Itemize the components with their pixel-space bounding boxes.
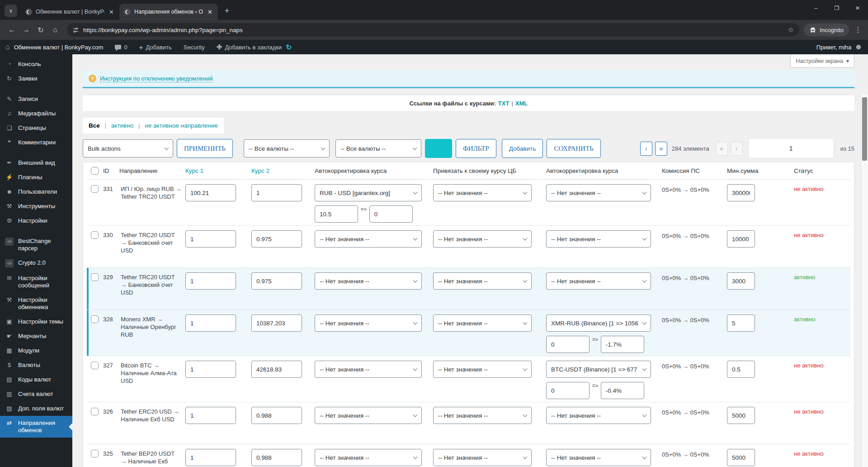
sidebar-item-plugins[interactable]: ⚡Плагины (0, 170, 72, 185)
sidebar-item-currency-codes[interactable]: ▤Коды валют (0, 372, 72, 387)
minsum-input[interactable] (727, 184, 755, 201)
first-page-button[interactable]: « (716, 142, 728, 156)
sidebar-item-exchanger[interactable]: ⚒Настройки обменника (0, 293, 72, 315)
correction-from-input[interactable] (546, 336, 590, 353)
row-checkbox[interactable] (91, 315, 99, 323)
cb-rate-select[interactable]: -- Нет значения -- (433, 361, 532, 378)
select-all-checkbox[interactable] (91, 167, 99, 175)
sidebar-item-modules[interactable]: ▦Модули (0, 343, 72, 358)
view-all-link[interactable]: Все (89, 122, 100, 129)
scrollbar-thumb[interactable] (862, 97, 867, 161)
update-refresh-icon[interactable]: ↻ (286, 43, 292, 52)
admin-bar-greeting[interactable]: Привет, miha (816, 44, 851, 51)
admin-bar-site-name[interactable]: Обменник валют | BonkyPay.com (14, 44, 104, 51)
currency-filter-1-select[interactable]: -- Все валюты -- (244, 139, 330, 157)
minsum-input[interactable] (727, 315, 755, 332)
correction-from-input[interactable] (315, 205, 358, 223)
autocorrect2-select[interactable]: BTC-USDT (Binance) [1 => 677 (546, 361, 651, 378)
row-checkbox[interactable] (91, 408, 99, 415)
sidebar-item-comments[interactable]: ❝Комментарии (0, 135, 72, 150)
admin-bar-bookmark[interactable]: ✚ Добавить в закладки (217, 43, 282, 51)
reload-icon[interactable]: ↻ (33, 23, 48, 37)
cb-rate-select[interactable]: -- Нет значения -- (433, 184, 532, 201)
kurs2-input[interactable] (251, 315, 302, 332)
kurs1-input[interactable] (185, 315, 236, 332)
wp-home-icon[interactable]: ⌂ (5, 43, 10, 51)
correction-to-input[interactable] (369, 205, 413, 223)
correction-from-input[interactable] (546, 382, 590, 399)
new-tab-button[interactable]: + (221, 5, 233, 17)
col-header-kurs2[interactable]: Курс 2 (251, 167, 315, 174)
autocorrect2-select[interactable]: -- Нет значения -- (546, 230, 651, 248)
minimize-button[interactable]: – (806, 0, 826, 16)
save-button[interactable]: СОХРАНИТЬ (547, 139, 600, 158)
autocorrect1-select[interactable]: -- Нет значения -- (315, 407, 422, 424)
admin-bar-comments[interactable]: 0 (115, 44, 127, 51)
avatar[interactable]: ☻ (854, 43, 863, 52)
minsum-input[interactable] (727, 449, 755, 466)
row-checkbox[interactable] (91, 231, 99, 239)
minsum-input[interactable] (727, 272, 755, 290)
tab-close-icon[interactable]: ✕ (207, 9, 213, 15)
apply-button[interactable]: ПРИМЕНИТЬ (177, 139, 233, 158)
kurs2-input[interactable] (251, 184, 302, 201)
page-scrollbar[interactable] (861, 94, 868, 467)
sidebar-item-currency-fields[interactable]: ▨Доп. поля валют (0, 401, 72, 416)
close-button[interactable]: ✕ (847, 0, 868, 16)
kurs1-input[interactable] (185, 230, 236, 248)
txt-link[interactable]: TXT (498, 100, 509, 107)
autocorrect2-select[interactable]: -- Нет значения -- (546, 184, 651, 201)
cb-rate-select[interactable]: -- Нет значения -- (433, 272, 532, 290)
autocorrect1-select[interactable]: -- Нет значения -- (315, 449, 422, 466)
kurs2-input[interactable] (251, 361, 302, 378)
notice-link[interactable]: Инструкция по отключению уведомлений (100, 75, 213, 82)
kurs1-input[interactable] (185, 407, 236, 424)
filter-button[interactable]: ФИЛЬТР (456, 139, 496, 158)
sidebar-item-merchants[interactable]: ☛Мерчанты (0, 329, 72, 343)
sidebar-item-requests[interactable]: ↻Заявки (0, 71, 72, 86)
forward-icon[interactable]: → (19, 23, 33, 37)
cb-rate-select[interactable]: -- Нет значения -- (433, 315, 532, 332)
screen-options-button[interactable]: Настройки экрана ▾ (790, 54, 854, 68)
autocorrect1-select[interactable]: -- Нет значения -- (315, 272, 422, 290)
view-active-link[interactable]: активно (111, 122, 133, 129)
teal-action-button[interactable] (425, 139, 452, 158)
sidebar-item-messages[interactable]: ✉Настройки сообщений (0, 271, 72, 293)
add-button[interactable]: Добавить (502, 139, 543, 158)
currency-filter-2-select[interactable]: -- Все валюты -- (335, 139, 421, 157)
kurs2-input[interactable] (251, 272, 302, 290)
back-icon[interactable]: ← (5, 23, 19, 37)
kurs2-input[interactable] (251, 230, 302, 248)
cb-rate-select[interactable]: -- Нет значения -- (433, 407, 532, 424)
bookmark-star-icon[interactable]: ☆ (788, 26, 794, 34)
sidebar-item-bestchange[interactable]: </>BestChange парсер (0, 234, 72, 256)
tab-close-icon[interactable]: ✕ (108, 9, 115, 15)
browser-menu-icon[interactable]: ⋮ (853, 26, 863, 34)
cb-rate-select[interactable]: -- Нет значения -- (433, 230, 532, 248)
correction-to-input[interactable] (601, 336, 644, 353)
sidebar-item-tools[interactable]: ⚒Инструменты (0, 199, 72, 214)
site-settings-icon[interactable] (72, 27, 79, 33)
browser-tab-1[interactable]: Обменник валют | BonkyPay.c ✕ (21, 4, 119, 20)
kurs1-input[interactable] (185, 184, 236, 201)
kurs1-input[interactable] (185, 449, 236, 466)
autocorrect1-select[interactable]: RUB - USD [garantex.org] (315, 184, 422, 201)
col-header-kurs1[interactable]: Курс 1 (185, 167, 251, 174)
kurs2-input[interactable] (251, 407, 302, 424)
admin-bar-new[interactable]: + Добавить (139, 43, 172, 51)
home-icon[interactable]: ⌂ (48, 23, 62, 37)
view-inactive-link[interactable]: не активное направление (145, 122, 217, 129)
browser-tab-2-active[interactable]: Направления обменов ‹ Обме ✕ (119, 4, 218, 20)
tab-search-button[interactable]: ∨ (5, 5, 17, 17)
current-page-input[interactable] (748, 138, 834, 158)
sidebar-item-dashboard[interactable]: ◔Консоль (0, 57, 72, 71)
kurs1-input[interactable] (185, 272, 236, 290)
minsum-input[interactable] (727, 230, 755, 248)
next-page-button[interactable]: › (640, 142, 652, 156)
autocorrect1-select[interactable]: -- Нет значения -- (315, 230, 422, 248)
autocorrect1-select[interactable]: -- Нет значения -- (315, 361, 422, 378)
admin-bar-security[interactable]: Security (184, 44, 205, 51)
sidebar-item-media[interactable]: ♫Медиафайлы (0, 106, 72, 121)
sidebar-item-users[interactable]: ☻Пользователи (0, 185, 72, 199)
last-page-button[interactable]: » (655, 142, 667, 156)
